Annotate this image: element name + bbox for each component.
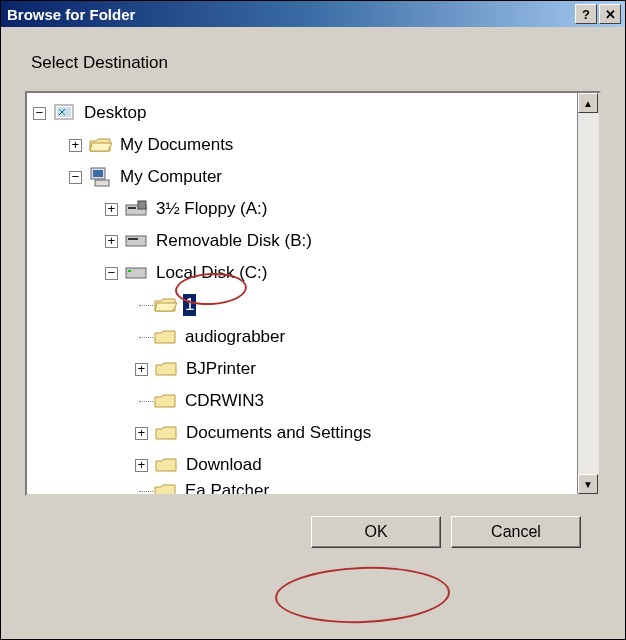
tree-label: Ea Patcher xyxy=(183,481,271,494)
ok-button[interactable]: OK xyxy=(311,516,441,548)
tree-label: Desktop xyxy=(82,102,148,124)
expand-toggle[interactable]: + xyxy=(135,459,148,472)
cancel-button[interactable]: Cancel xyxy=(451,516,581,548)
tree-label: 3½ Floppy (A:) xyxy=(154,198,270,220)
floppy-drive-icon xyxy=(124,198,148,220)
tree-item-bjprinter[interactable]: + BJPrinter xyxy=(33,353,577,385)
tree-item-folder-1[interactable]: 1 xyxy=(33,289,577,321)
tree-item-desktop[interactable]: − Desktop xyxy=(33,97,577,129)
tree-label: audiograbber xyxy=(183,326,287,348)
collapse-toggle[interactable]: − xyxy=(69,171,82,184)
arrow-up-icon: ▲ xyxy=(583,98,593,109)
folder-icon xyxy=(154,454,178,476)
svg-rect-11 xyxy=(128,270,131,272)
expand-toggle[interactable]: + xyxy=(105,203,118,216)
removable-disk-icon xyxy=(124,230,148,252)
tree-label: CDRWIN3 xyxy=(183,390,266,412)
instruction-label: Select Destination xyxy=(31,53,595,73)
desktop-icon xyxy=(52,102,76,124)
collapse-toggle[interactable]: − xyxy=(33,107,46,120)
svg-rect-6 xyxy=(128,207,136,209)
tree-label: Removable Disk (B:) xyxy=(154,230,314,252)
tree-label: My Documents xyxy=(118,134,235,156)
svg-rect-10 xyxy=(126,268,146,278)
svg-rect-3 xyxy=(93,170,103,177)
scrollbar-track[interactable] xyxy=(578,113,599,474)
svg-rect-9 xyxy=(128,238,138,240)
expand-toggle[interactable]: + xyxy=(135,363,148,376)
folder-tree[interactable]: − Desktop + My Documents xyxy=(25,91,601,496)
scroll-down-button[interactable]: ▼ xyxy=(578,474,598,494)
computer-icon xyxy=(88,166,112,188)
svg-rect-4 xyxy=(95,180,109,186)
tree-item-my-computer[interactable]: − My Computer xyxy=(33,161,577,193)
hard-disk-icon xyxy=(124,262,148,284)
arrow-down-icon: ▼ xyxy=(583,479,593,490)
tree-label: BJPrinter xyxy=(184,358,258,380)
window-title: Browse for Folder xyxy=(5,6,575,23)
expand-toggle[interactable]: + xyxy=(105,235,118,248)
tree-label: Download xyxy=(184,454,264,476)
folder-icon xyxy=(154,422,178,444)
expand-toggle[interactable]: + xyxy=(69,139,82,152)
help-button[interactable]: ? xyxy=(575,4,597,24)
tree-item-audiograbber[interactable]: audiograbber xyxy=(33,321,577,353)
folder-open-icon xyxy=(88,134,112,156)
svg-rect-8 xyxy=(126,236,146,246)
vertical-scrollbar[interactable]: ▲ ▼ xyxy=(577,93,599,494)
question-icon: ? xyxy=(582,7,590,22)
folder-icon xyxy=(154,358,178,380)
tree-label: Documents and Settings xyxy=(184,422,373,444)
tree-label: My Computer xyxy=(118,166,224,188)
close-icon: ✕ xyxy=(605,7,616,22)
close-button[interactable]: ✕ xyxy=(599,4,621,24)
expand-toggle[interactable]: + xyxy=(135,427,148,440)
collapse-toggle[interactable]: − xyxy=(105,267,118,280)
folder-icon xyxy=(153,326,177,348)
scroll-up-button[interactable]: ▲ xyxy=(578,93,598,113)
svg-rect-7 xyxy=(138,201,146,209)
folder-icon xyxy=(153,481,177,494)
browse-folder-dialog: Browse for Folder ? ✕ Select Destination… xyxy=(0,0,626,640)
tree-label-selected: 1 xyxy=(183,294,196,316)
svg-rect-1 xyxy=(57,107,71,117)
annotation-ellipse xyxy=(274,564,451,626)
tree-item-removable[interactable]: + Removable Disk (B:) xyxy=(33,225,577,257)
titlebar: Browse for Folder ? ✕ xyxy=(1,1,625,27)
folder-icon xyxy=(153,390,177,412)
tree-item-my-documents[interactable]: + My Documents xyxy=(33,129,577,161)
tree-item-local-c[interactable]: − Local Disk (C:) xyxy=(33,257,577,289)
folder-open-icon xyxy=(153,294,177,316)
tree-item-floppy[interactable]: + 3½ Floppy (A:) xyxy=(33,193,577,225)
tree-item-cdrwin3[interactable]: CDRWIN3 xyxy=(33,385,577,417)
tree-label: Local Disk (C:) xyxy=(154,262,269,284)
tree-item-docs-settings[interactable]: + Documents and Settings xyxy=(33,417,577,449)
tree-item-eapatcher[interactable]: Ea Patcher xyxy=(33,481,577,494)
tree-item-download[interactable]: + Download xyxy=(33,449,577,481)
